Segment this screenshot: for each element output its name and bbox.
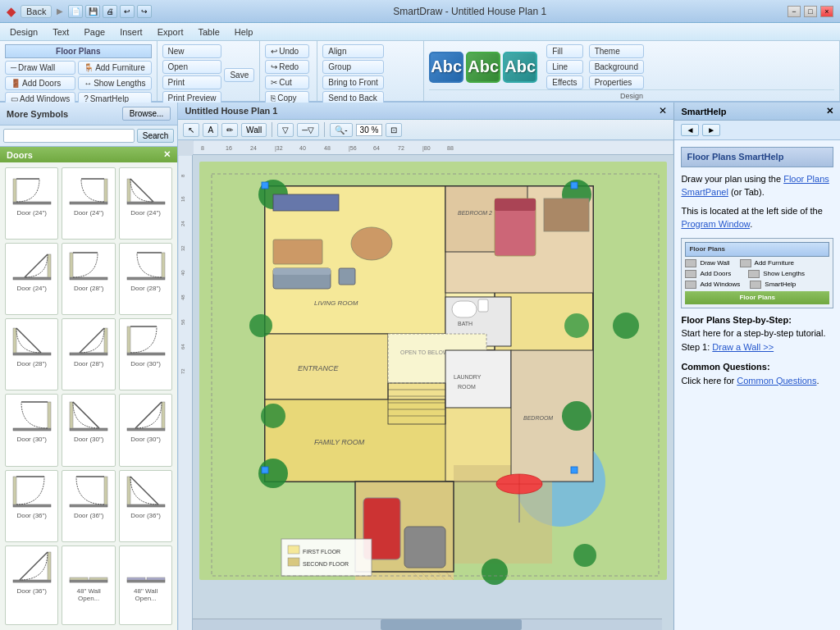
list-item[interactable]: Door (30"): [119, 394, 172, 466]
canvas-header: Untitled House Plan 1 ✕: [178, 103, 673, 120]
doors-close-icon[interactable]: ✕: [163, 149, 171, 160]
back-button[interactable]: Back: [21, 5, 52, 18]
new-btn[interactable]: New: [162, 44, 222, 58]
close-smarthelp-icon[interactable]: ✕: [826, 106, 833, 116]
add-furniture-btn[interactable]: 🪑 Add Furniture: [78, 61, 151, 75]
h-scrollbar[interactable]: [193, 619, 662, 630]
list-item[interactable]: Door (30"): [5, 394, 58, 466]
cut-btn[interactable]: ✂ Cut: [265, 75, 309, 89]
list-item[interactable]: Door (28"): [5, 318, 58, 390]
list-item[interactable]: Door (36"): [5, 470, 58, 542]
background-btn[interactable]: Background: [589, 60, 644, 74]
menu-insert[interactable]: Insert: [113, 25, 149, 39]
style-abc-1[interactable]: Abc: [429, 52, 463, 83]
zoom-fit[interactable]: ⊡: [386, 123, 402, 137]
list-item[interactable]: Door (28"): [62, 243, 115, 315]
doc-tools2: Save: [224, 68, 254, 82]
program-window-link[interactable]: Program Window: [681, 219, 750, 229]
redo-btn[interactable]: ↪ Redo: [265, 60, 309, 74]
menu-design[interactable]: Design: [3, 25, 44, 39]
list-item[interactable]: Door (28"): [119, 243, 172, 315]
ribbon: Floor Plans ─ Draw Wall 🚪 Add Doors ▭ Ad…: [0, 41, 840, 103]
print-btn[interactable]: Print: [162, 75, 222, 89]
questions-text: Click here for: [681, 376, 734, 386]
text-tool[interactable]: A: [203, 123, 218, 137]
list-item[interactable]: Door (36"): [119, 470, 172, 542]
style-abc-2[interactable]: Abc: [466, 52, 500, 83]
print-icon[interactable]: 🖨: [103, 5, 117, 18]
door-label: Door (30"): [130, 360, 161, 368]
group-btn[interactable]: Group: [322, 60, 384, 74]
mini-lengths-icon: [748, 270, 760, 278]
show-lengths-btn[interactable]: ↔ Show Lengths: [78, 76, 151, 90]
fill-btn[interactable]: Fill: [546, 44, 582, 58]
door-label: Door (30"): [74, 436, 104, 443]
common-questions-link[interactable]: Common Questions: [737, 376, 816, 386]
save-icon[interactable]: 💾: [85, 5, 100, 18]
svg-text:48: 48: [180, 294, 185, 300]
door-icon: [126, 397, 167, 434]
h-scrollbar-thumb[interactable]: [381, 619, 522, 630]
smarthelp-back-btn[interactable]: ◄: [681, 124, 699, 136]
svg-point-132: [351, 227, 392, 260]
smarthelp-forward-btn[interactable]: ►: [702, 124, 720, 136]
minimize-button[interactable]: −: [788, 6, 801, 17]
menu-export[interactable]: Export: [151, 25, 190, 39]
list-item[interactable]: Door (24"): [62, 167, 115, 240]
list-item[interactable]: Door (28"): [62, 318, 115, 390]
wall-tool[interactable]: Wall: [241, 123, 267, 137]
bring-front-btn[interactable]: Bring to Front: [322, 75, 384, 89]
search-button[interactable]: Search: [137, 129, 175, 143]
svg-rect-51: [127, 580, 165, 582]
line-btn[interactable]: Line: [546, 60, 582, 74]
theme-btn[interactable]: Theme: [589, 44, 644, 58]
title-bar: ◆ Back ▶ 📄 💾 🖨 ↩ ↪ SmartDraw - Untitled …: [0, 0, 840, 23]
svg-text:OPEN TO BELOW: OPEN TO BELOW: [400, 349, 449, 355]
pen-tool[interactable]: ✏: [221, 123, 238, 137]
list-item[interactable]: Door (36"): [5, 546, 58, 625]
browse-button[interactable]: Browse...: [122, 107, 171, 121]
line-style[interactable]: ─▽: [297, 123, 319, 137]
undo-icon[interactable]: ↩: [120, 5, 135, 18]
list-item[interactable]: Door (36"): [62, 470, 115, 542]
close-button[interactable]: ×: [820, 6, 833, 17]
doors-panel: Doors ✕ Door (24"): [0, 147, 177, 630]
menu-text[interactable]: Text: [46, 25, 75, 39]
menu-page[interactable]: Page: [77, 25, 112, 39]
list-item[interactable]: 48" Wall Open...: [119, 546, 172, 625]
close-canvas-icon[interactable]: ✕: [659, 105, 667, 116]
draw-wall-btn[interactable]: ─ Draw Wall: [5, 61, 75, 75]
svg-rect-4: [104, 179, 107, 202]
effects-btn[interactable]: Effects: [546, 75, 582, 89]
undo-btn[interactable]: ↩ Undo: [265, 44, 309, 58]
list-item[interactable]: Door (24"): [5, 167, 58, 240]
redo-icon[interactable]: ↪: [137, 5, 152, 18]
mini-furn-label: Add Furniture: [755, 258, 794, 268]
zoom-out[interactable]: 🔍-: [330, 123, 352, 137]
restore-button[interactable]: □: [804, 6, 817, 17]
save-btn[interactable]: Save: [224, 68, 254, 82]
properties-btn[interactable]: Properties: [589, 75, 644, 89]
align-btn[interactable]: Align: [322, 44, 384, 58]
search-input[interactable]: [3, 129, 135, 143]
help-section-title: Floor Plans SmartHelp: [681, 147, 833, 167]
new-doc-icon[interactable]: 📄: [68, 5, 83, 18]
open-btn[interactable]: Open: [162, 60, 222, 74]
svg-rect-30: [70, 428, 107, 431]
zoom-level[interactable]: 30 %: [356, 124, 383, 136]
list-item[interactable]: Door (24"): [5, 243, 58, 315]
draw-wall-link[interactable]: Draw a Wall >>: [712, 342, 774, 352]
list-item[interactable]: 48" Wall Open...: [62, 546, 115, 625]
list-item[interactable]: Door (30"): [62, 394, 115, 466]
floor-plans-tab[interactable]: Floor Plans: [5, 44, 152, 58]
shape-select[interactable]: ▽: [277, 123, 294, 137]
list-item[interactable]: Door (30"): [119, 318, 172, 390]
menu-help[interactable]: Help: [228, 25, 260, 39]
add-doors-btn[interactable]: 🚪 Add Doors: [5, 76, 75, 90]
menu-table[interactable]: Table: [191, 25, 226, 39]
canvas-viewport[interactable]: LIVING ROOM MASTER BEDROOM BEDROOM 2 BAT…: [193, 155, 673, 630]
list-item[interactable]: Door (24"): [119, 167, 172, 240]
style-abc-3[interactable]: Abc: [503, 52, 537, 83]
svg-rect-155: [571, 182, 578, 189]
select-tool[interactable]: ↖: [183, 123, 199, 137]
